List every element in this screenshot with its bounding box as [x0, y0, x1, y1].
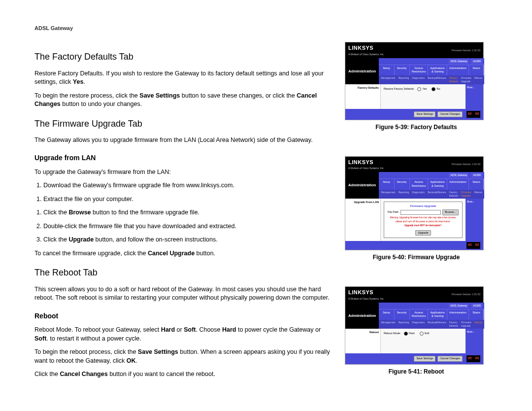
text: To begin the reboot process, click the [34, 348, 138, 355]
tab-status[interactable]: Status [469, 179, 484, 189]
subtab-fw[interactable]: Firmware Upgrade [461, 76, 471, 83]
tab-apps[interactable]: Applications & Gaming [428, 65, 447, 75]
reboot-mode-label: Reboot Mode: [384, 332, 401, 335]
radio-yes[interactable]: Yes [417, 87, 427, 91]
firmware-version: Firmware Version: 1.01.03 [452, 49, 480, 52]
model-num: AG300 [471, 304, 482, 308]
hard-bold-2: Hard [222, 326, 236, 333]
subtab-mgmt[interactable]: Management [381, 76, 395, 83]
subtab-factory[interactable]: Factory Defaults [449, 321, 458, 328]
subtab-factory[interactable]: Factory Defaults [449, 191, 458, 198]
radio-icon [432, 87, 435, 91]
tabs-area: ADSL Gateway AG300 Setup Security Access… [379, 303, 484, 329]
help-stripe: More... [466, 329, 483, 353]
text: . to restart it without a power cycle. [46, 335, 141, 342]
no-label: No [436, 88, 440, 91]
tab-setup[interactable]: Setup [379, 179, 394, 189]
shot-nav: Administration ADSL Gateway AG300 Setup … [345, 58, 483, 84]
tab-admin[interactable]: Administration [447, 65, 469, 75]
tabs-area: ADSL Gateway AG300 Setup Security Access… [379, 58, 484, 84]
tab-admin[interactable]: Administration [447, 309, 469, 320]
side-label: Factory Defaults [345, 84, 381, 109]
subtab-mgmt[interactable]: Management [381, 321, 395, 328]
save-settings-button[interactable]: Save Settings [414, 356, 435, 362]
figure-5-41: LINKSYS A Division of Cisco Systems, Inc… [345, 286, 488, 376]
subtab-reboot[interactable]: Reboot [474, 321, 482, 328]
ok-bold: OK [127, 357, 136, 364]
cancel-changes-button[interactable]: Cancel Changes [437, 111, 463, 117]
text: button if you want to cancel the reboot. [108, 371, 215, 377]
firmware-cancel: To cancel the firmware upgrade, click th… [34, 249, 330, 258]
subtab-reboot[interactable]: Reboot [474, 76, 482, 83]
subtab-diag[interactable]: Diagnostics [412, 321, 425, 328]
figure-40-caption: Figure 5-40: Firmware Upgrade [345, 253, 488, 262]
text: To cancel the firmware upgrade, click th… [34, 250, 148, 257]
tab-apps[interactable]: Applications & Gaming [428, 179, 447, 189]
model-row: ADSL Gateway AG300 [379, 58, 484, 65]
reboot-heading: The Reboot Tab [34, 267, 330, 279]
text: button. [195, 250, 215, 257]
tab-security[interactable]: Security [395, 179, 410, 189]
text: button to find the firmware upgrade file… [91, 209, 200, 216]
tab-setup[interactable]: Setup [379, 65, 394, 75]
factory-defaults-heading: The Factory Defaults Tab [34, 51, 330, 63]
radio-no[interactable]: No [432, 87, 440, 91]
subtab-fw[interactable]: Firmware Upgrade [461, 191, 471, 198]
browse-button[interactable]: Browse... [442, 209, 459, 215]
subtab-report[interactable]: Reporting [399, 191, 409, 198]
tab-status[interactable]: Status [469, 65, 484, 75]
text: Click the [43, 209, 68, 216]
radio-soft[interactable]: Soft [420, 332, 430, 336]
save-settings-button[interactable]: Save Settings [414, 111, 435, 117]
cisco-logo-icon [466, 242, 480, 249]
save-settings-bold: Save Settings [139, 92, 180, 99]
shot-header: LINKSYS A Division of Cisco Systems, Inc… [345, 157, 483, 172]
radio-icon [404, 332, 408, 336]
browse-bold: Browse [68, 209, 91, 216]
tab-access[interactable]: Access Restrictions [410, 179, 429, 189]
linksys-logo: LINKSYS [348, 289, 384, 296]
shot-nav: Administration ADSL Gateway AG300 Setup … [345, 172, 483, 198]
tab-apps[interactable]: Applications & Gaming [428, 309, 447, 320]
cancel-changes-button[interactable]: Cancel Changes [437, 356, 463, 362]
soft-label: Soft [425, 332, 430, 335]
firmware-upgrade-heading: The Firmware Upgrade Tab [34, 118, 330, 130]
step-3: Click the Browse button to find the firm… [43, 208, 330, 217]
sub-tabs: Management Reporting Diagnostics Backup&… [379, 320, 484, 329]
subtab-backup[interactable]: Backup&Restore [428, 76, 446, 83]
tab-setup[interactable]: Setup [379, 309, 394, 320]
subtab-report[interactable]: Reporting [399, 76, 409, 83]
firmware-lead: To upgrade the Gateway's firmware from t… [34, 168, 330, 177]
warn-3: Upgrade must NOT be interrupted ! [386, 224, 460, 227]
subtab-backup[interactable]: Backup&Restore [428, 191, 446, 198]
subtab-fw[interactable]: Firmware Upgrade [461, 321, 471, 328]
file-path-input[interactable] [400, 210, 441, 215]
soft-bold: Soft [184, 326, 196, 333]
model-num: AG300 [471, 173, 482, 177]
tab-admin[interactable]: Administration [447, 179, 469, 189]
subtab-factory[interactable]: Factory Defaults [449, 76, 458, 83]
shot-body: Factory Defaults Restore Factory Default… [345, 84, 483, 109]
tab-security[interactable]: Security [395, 65, 410, 75]
admin-label: Administration [345, 172, 379, 198]
document-header: ADSL Gateway [34, 25, 498, 32]
subtab-mgmt[interactable]: Management [381, 191, 395, 198]
reboot-subheading: Reboot [34, 311, 330, 321]
page-columns: The Factory Defaults Tab Restore Factory… [34, 42, 498, 400]
shot-body: Upgrade From LAN Firmware Upgrade File P… [345, 199, 483, 241]
tab-security[interactable]: Security [395, 309, 410, 320]
radio-hard[interactable]: Hard [404, 332, 415, 336]
subtab-backup[interactable]: Backup&Restore [428, 321, 446, 328]
upgrade-button[interactable]: Upgrade [415, 230, 431, 236]
subtab-report[interactable]: Reporting [399, 321, 409, 328]
subtab-diag[interactable]: Diagnostics [412, 191, 425, 198]
screenshot-reboot: LINKSYS A Division of Cisco Systems, Inc… [345, 286, 484, 365]
subtab-diag[interactable]: Diagnostics [412, 76, 425, 83]
linksys-logo: LINKSYS [348, 44, 384, 52]
tab-status[interactable]: Status [469, 309, 484, 320]
tab-access[interactable]: Access Restrictions [410, 65, 429, 75]
tab-access[interactable]: Access Restrictions [410, 309, 429, 320]
subtab-reboot[interactable]: Reboot [474, 191, 482, 198]
warn-2: please don't turn off the power or press… [386, 220, 460, 223]
step-5: Click the Upgrade button, and follow the… [43, 236, 330, 244]
